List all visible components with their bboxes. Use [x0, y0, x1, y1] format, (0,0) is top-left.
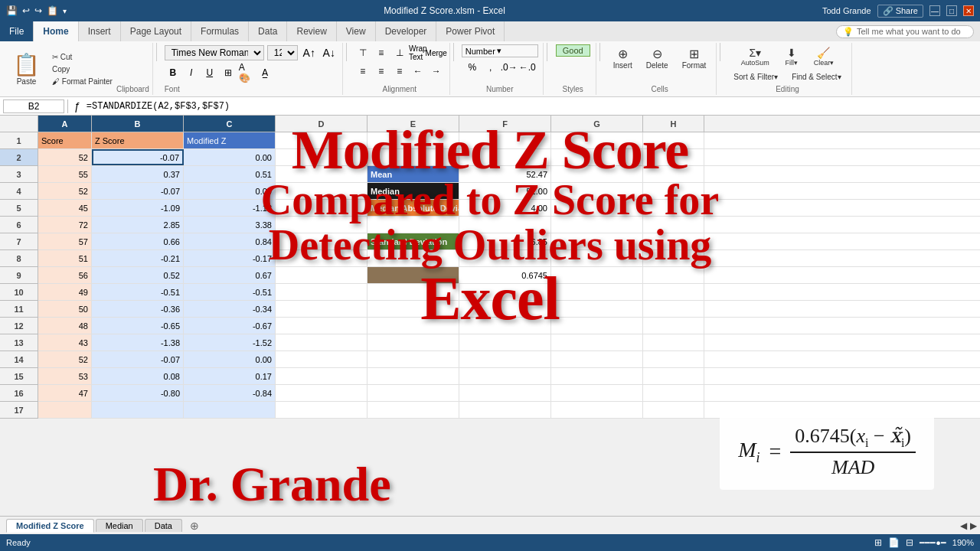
- cell-e11[interactable]: [368, 301, 459, 317]
- insert-cells-button[interactable]: ⊕Insert: [608, 44, 638, 72]
- cell-c15[interactable]: 0.17: [184, 368, 276, 384]
- cell-f14[interactable]: [459, 351, 551, 367]
- cell-g13[interactable]: [551, 334, 643, 350]
- row-header-3[interactable]: 3: [0, 166, 38, 183]
- cell-d1[interactable]: [276, 132, 368, 148]
- sort-filter-button[interactable]: Sort & Filter▾: [728, 70, 783, 83]
- cell-a14[interactable]: 52: [38, 351, 92, 367]
- tab-power-pivot[interactable]: Power Pivot: [436, 21, 505, 41]
- cell-e17[interactable]: [368, 402, 459, 418]
- cell-f6[interactable]: [459, 217, 551, 233]
- cell-d10[interactable]: [276, 284, 368, 300]
- bold-button[interactable]: B: [165, 64, 181, 81]
- cell-e15[interactable]: [368, 368, 459, 384]
- cell-b17[interactable]: [92, 402, 184, 418]
- cell-a16[interactable]: 47: [38, 385, 92, 401]
- col-header-e[interactable]: E: [368, 116, 459, 132]
- cell-g16[interactable]: [551, 385, 643, 401]
- cell-b12[interactable]: -0.65: [92, 318, 184, 334]
- cell-b16[interactable]: -0.80: [92, 385, 184, 401]
- cell-g17[interactable]: [551, 402, 643, 418]
- cell-d8[interactable]: [276, 250, 368, 266]
- cell-e4[interactable]: Median: [368, 183, 459, 199]
- cell-b5[interactable]: -1.09: [92, 200, 184, 216]
- add-sheet-button[interactable]: ⊕: [184, 518, 205, 533]
- cell-g7[interactable]: [551, 233, 643, 249]
- cell-c4[interactable]: 0.00: [184, 183, 276, 199]
- cut-button[interactable]: ✂ Cut: [48, 51, 116, 63]
- cell-h1[interactable]: [643, 132, 704, 148]
- row-header-17[interactable]: 17: [0, 402, 38, 419]
- cell-c3[interactable]: 0.51: [184, 166, 276, 182]
- tab-view[interactable]: View: [337, 21, 376, 41]
- cell-d14[interactable]: [276, 351, 368, 367]
- cell-f13[interactable]: [459, 334, 551, 350]
- cell-h16[interactable]: [643, 385, 704, 401]
- cell-d7[interactable]: [276, 233, 368, 249]
- align-center-button[interactable]: ≡: [373, 63, 390, 80]
- cell-e5[interactable]: Median Absolute Deviation: [368, 200, 459, 216]
- cell-g2[interactable]: [551, 149, 643, 165]
- col-header-c[interactable]: C: [184, 116, 276, 132]
- cell-e1[interactable]: [368, 132, 459, 148]
- autosum-button[interactable]: Σ▾AutoSum: [736, 44, 775, 69]
- cell-f7[interactable]: 6.85: [459, 233, 551, 249]
- comma-button[interactable]: ,: [482, 59, 499, 76]
- format-painter-button[interactable]: 🖌 Format Painter: [48, 76, 116, 87]
- cell-f9[interactable]: 0.6745: [459, 267, 551, 283]
- cell-a7[interactable]: 57: [38, 233, 92, 249]
- font-name-select[interactable]: Times New Roman: [165, 45, 264, 60]
- cell-f3[interactable]: 52.47: [459, 166, 551, 182]
- col-header-a[interactable]: A: [38, 116, 92, 132]
- zoom-level[interactable]: 190%: [952, 538, 974, 547]
- cell-d13[interactable]: [276, 334, 368, 350]
- cell-b13[interactable]: -1.38: [92, 334, 184, 350]
- cell-h14[interactable]: [643, 351, 704, 367]
- italic-button[interactable]: I: [183, 64, 200, 81]
- cell-c10[interactable]: -0.51: [184, 284, 276, 300]
- col-header-b[interactable]: B: [92, 116, 184, 132]
- row-header-10[interactable]: 10: [0, 284, 38, 301]
- cell-b8[interactable]: -0.21: [92, 250, 184, 266]
- cell-e7[interactable]: Standard Deviation: [368, 233, 459, 249]
- cell-a12[interactable]: 48: [38, 318, 92, 334]
- cell-e16[interactable]: [368, 385, 459, 401]
- cell-b7[interactable]: 0.66: [92, 233, 184, 249]
- cell-d6[interactable]: [276, 217, 368, 233]
- font-color-button[interactable]: A̲: [256, 64, 273, 81]
- decrease-indent-button[interactable]: ←: [410, 63, 426, 80]
- cell-g9[interactable]: [551, 267, 643, 283]
- cell-h9[interactable]: [643, 267, 704, 283]
- cell-c5[interactable]: -1.18: [184, 200, 276, 216]
- cell-a17[interactable]: [38, 402, 92, 418]
- cell-g10[interactable]: [551, 284, 643, 300]
- tab-data[interactable]: Data: [145, 519, 182, 532]
- cell-f15[interactable]: [459, 368, 551, 384]
- delete-cells-button[interactable]: ⊖Delete: [641, 44, 674, 72]
- cell-d4[interactable]: [276, 183, 368, 199]
- tab-review[interactable]: Review: [287, 21, 336, 41]
- maximize-button[interactable]: □: [946, 5, 957, 16]
- cell-h4[interactable]: [643, 183, 704, 199]
- cell-g6[interactable]: [551, 217, 643, 233]
- cell-h17[interactable]: [643, 402, 704, 418]
- align-right-button[interactable]: ≡: [391, 63, 408, 80]
- cell-e10[interactable]: [368, 284, 459, 300]
- minimize-button[interactable]: —: [929, 5, 940, 16]
- cell-c11[interactable]: -0.34: [184, 301, 276, 317]
- fill-button[interactable]: ⬇Fill▾: [778, 44, 805, 69]
- cell-g5[interactable]: [551, 200, 643, 216]
- cell-a1[interactable]: Score: [38, 132, 92, 148]
- cell-h5[interactable]: [643, 200, 704, 216]
- fill-color-button[interactable]: A🎨: [238, 64, 255, 81]
- share-btn[interactable]: 🔗 Share: [877, 5, 923, 18]
- cell-g8[interactable]: [551, 250, 643, 266]
- align-middle-button[interactable]: ≡: [373, 44, 390, 61]
- row-header-8[interactable]: 8: [0, 250, 38, 267]
- tab-median[interactable]: Median: [96, 519, 143, 532]
- view-page-break-icon[interactable]: ⊟: [906, 537, 913, 548]
- number-format-dropdown[interactable]: Number▾: [462, 44, 538, 57]
- view-layout-icon[interactable]: 📄: [888, 537, 900, 548]
- cell-b1[interactable]: Z Score: [92, 132, 184, 148]
- cell-b9[interactable]: 0.52: [92, 267, 184, 283]
